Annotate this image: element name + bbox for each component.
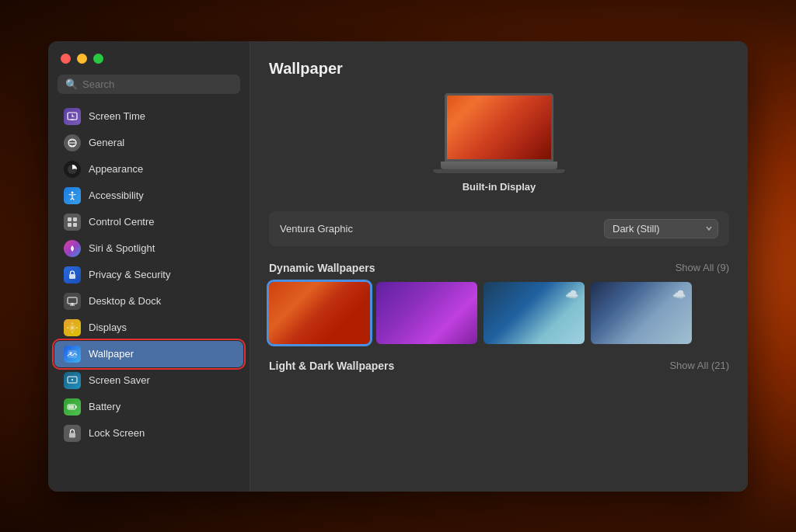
svg-rect-7	[73, 217, 77, 221]
light-dark-wallpapers-header: Light & Dark Wallpapers Show All (21)	[269, 360, 729, 372]
svg-rect-8	[68, 223, 72, 227]
sidebar-item-siri[interactable]: Siri & Spotlight	[54, 235, 243, 262]
svg-point-16	[71, 326, 74, 329]
screen-time-icon	[64, 108, 81, 125]
wallpaper-name: Ventura Graphic	[280, 223, 596, 235]
sidebar-item-wallpaper-label: Wallpaper	[89, 348, 134, 360]
svg-rect-11	[68, 297, 77, 304]
screen-saver-icon	[64, 372, 81, 389]
sidebar-item-screen-time[interactable]: Screen Time	[54, 103, 243, 130]
light-dark-wallpapers-show-all[interactable]: Show All (21)	[669, 360, 729, 371]
displays-icon	[64, 319, 81, 336]
wallpaper-thumb-1[interactable]	[269, 282, 370, 344]
siri-icon	[64, 240, 81, 257]
general-icon	[64, 134, 81, 151]
search-icon: 🔍	[65, 78, 78, 90]
dynamic-wallpapers-title: Dynamic Wallpapers	[269, 262, 375, 274]
light-dark-wallpapers-title: Light & Dark Wallpapers	[269, 360, 394, 372]
search-input[interactable]	[82, 78, 232, 90]
sidebar-item-accessibility-label: Accessibility	[89, 190, 144, 201]
sidebar-item-privacy-label: Privacy & Security	[89, 269, 170, 280]
sidebar-item-wallpaper[interactable]: Wallpaper	[54, 341, 243, 367]
lock-screen-icon	[64, 425, 81, 442]
laptop-bottom	[433, 169, 565, 173]
sidebar-item-desktop-label: Desktop & Dock	[89, 295, 161, 307]
wallpaper-thumb-3[interactable]: ☁️	[484, 282, 585, 344]
battery-icon	[64, 398, 81, 416]
close-button[interactable]	[61, 54, 71, 64]
display-label: Built-in Display	[463, 181, 536, 193]
sidebar-item-battery[interactable]: Battery	[54, 394, 243, 420]
control-centre-icon	[64, 214, 81, 231]
wallpaper-icon	[64, 346, 81, 363]
sidebar-item-lock-screen[interactable]: Lock Screen	[54, 420, 243, 447]
search-bar[interactable]: 🔍	[58, 75, 240, 94]
main-window: 🔍 Screen Time	[48, 41, 748, 492]
download-icon-1: ☁️	[565, 288, 578, 301]
sidebar-item-privacy[interactable]: Privacy & Security	[54, 262, 243, 288]
desktop-icon	[64, 293, 81, 310]
sidebar-item-lock-screen-label: Lock Screen	[89, 427, 145, 439]
download-icon-2: ☁️	[672, 288, 686, 301]
sidebar-item-battery-label: Battery	[89, 401, 120, 412]
svg-rect-26	[68, 405, 74, 409]
wallpaper-selector: Ventura Graphic Dark (Still) Dynamic Lig…	[269, 211, 729, 246]
dynamic-wallpapers-show-all[interactable]: Show All (9)	[676, 262, 729, 273]
sidebar-item-control-centre[interactable]: Control Centre	[54, 209, 243, 235]
svg-rect-9	[73, 223, 77, 227]
laptop-screen-inner	[447, 96, 551, 159]
sidebar-item-screen-time-label: Screen Time	[89, 110, 145, 122]
svg-rect-25	[75, 405, 77, 408]
laptop-base	[441, 162, 557, 169]
sidebar-item-desktop[interactable]: Desktop & Dock	[54, 288, 243, 315]
appearance-icon	[64, 161, 81, 178]
sidebar: 🔍 Screen Time	[48, 41, 250, 492]
sidebar-item-general[interactable]: General	[54, 130, 243, 156]
sidebar-item-general-label: General	[89, 137, 124, 148]
sidebar-item-appearance[interactable]: Appearance	[54, 156, 243, 183]
traffic-lights	[48, 54, 250, 75]
sidebar-item-appearance-label: Appearance	[89, 163, 143, 175]
minimize-button[interactable]	[77, 54, 87, 64]
accessibility-icon	[64, 187, 81, 204]
wallpaper-thumb-2[interactable]	[376, 282, 477, 344]
svg-point-5	[72, 191, 74, 193]
sidebar-item-control-centre-label: Control Centre	[89, 216, 155, 228]
display-preview: Built-in Display	[269, 93, 729, 193]
sidebar-item-displays-label: Displays	[89, 322, 127, 333]
svg-rect-10	[69, 274, 75, 279]
wallpaper-thumb-4[interactable]: ☁️	[591, 282, 692, 344]
svg-rect-27	[69, 433, 75, 437]
main-content: Wallpaper Built-in Display Ventura Graph…	[250, 41, 748, 492]
laptop-screen	[445, 93, 553, 162]
sidebar-item-screen-saver-label: Screen Saver	[89, 374, 150, 386]
sidebar-item-displays[interactable]: Displays	[54, 315, 243, 341]
sidebar-item-accessibility[interactable]: Accessibility	[54, 183, 243, 209]
wallpaper-style-select[interactable]: Dark (Still) Dynamic Light (Still) Light…	[604, 219, 718, 238]
dynamic-wallpapers-header: Dynamic Wallpapers Show All (9)	[269, 262, 729, 274]
privacy-icon	[64, 266, 81, 283]
sidebar-item-siri-label: Siri & Spotlight	[89, 242, 155, 254]
sidebar-item-screen-saver[interactable]: Screen Saver	[54, 367, 243, 394]
dynamic-wallpapers-grid: ☁️ ☁️	[269, 282, 729, 344]
maximize-button[interactable]	[93, 54, 103, 64]
svg-rect-6	[68, 217, 72, 221]
laptop-preview	[445, 93, 553, 173]
page-title: Wallpaper	[269, 60, 729, 78]
